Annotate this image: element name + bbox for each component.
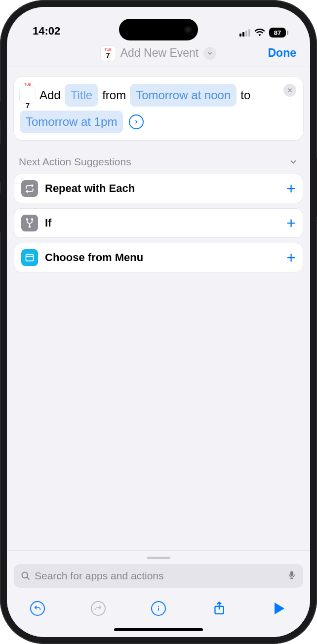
status-time: 14:02 xyxy=(33,25,60,38)
redo-button xyxy=(88,599,108,618)
event-end-param[interactable]: Tomorrow at 1pm xyxy=(20,111,123,133)
chevron-down-icon xyxy=(288,157,298,167)
battery-icon: 87 xyxy=(269,28,288,38)
svg-rect-10 xyxy=(158,608,159,611)
dictate-button[interactable] xyxy=(287,569,296,583)
delete-action-button[interactable] xyxy=(283,84,296,97)
cellular-icon xyxy=(239,29,250,37)
event-start-param[interactable]: Tomorrow at noon xyxy=(130,84,237,107)
svg-point-4 xyxy=(29,226,31,227)
expand-action-button[interactable] xyxy=(129,114,144,129)
svg-point-7 xyxy=(22,572,28,578)
svg-point-9 xyxy=(158,606,159,607)
svg-rect-5 xyxy=(26,254,34,261)
add-suggestion-button[interactable]: + xyxy=(286,181,296,196)
wifi-icon xyxy=(254,29,265,37)
home-indicator[interactable] xyxy=(114,628,203,631)
dynamic-island xyxy=(119,19,198,40)
add-event-action-card[interactable]: TUE7 Add Title from Tomorrow at noon to … xyxy=(14,77,303,140)
event-title-param[interactable]: Title xyxy=(65,84,98,107)
toolbar xyxy=(14,588,303,623)
branch-icon xyxy=(21,215,38,231)
svg-point-2 xyxy=(27,219,28,220)
run-button[interactable] xyxy=(270,599,289,618)
search-placeholder: Search for apps and actions xyxy=(35,570,164,582)
repeat-icon xyxy=(21,180,38,197)
undo-button[interactable] xyxy=(28,599,47,618)
calendar-action-icon: TUE7 xyxy=(20,87,36,103)
suggestion-label: If xyxy=(45,217,279,229)
action-word-to: to xyxy=(240,85,250,106)
suggestions-header[interactable]: Next Action Suggestions xyxy=(14,140,303,174)
title-menu-button[interactable] xyxy=(203,47,216,60)
done-button[interactable]: Done xyxy=(268,46,297,60)
bottom-panel: Search for apps and actions xyxy=(7,550,310,637)
svg-line-8 xyxy=(27,577,30,580)
share-button[interactable] xyxy=(209,599,229,618)
info-button[interactable] xyxy=(149,599,168,618)
suggestion-choose-from-menu[interactable]: Choose from Menu + xyxy=(14,243,303,272)
suggestions-title: Next Action Suggestions xyxy=(19,156,131,168)
shortcut-title[interactable]: Add New Event xyxy=(120,46,199,60)
suggestion-if[interactable]: If + xyxy=(14,208,303,238)
search-icon xyxy=(21,571,31,581)
search-field[interactable]: Search for apps and actions xyxy=(14,564,303,588)
nav-bar: TUE7 Add New Event Done xyxy=(7,39,310,67)
add-suggestion-button[interactable]: + xyxy=(286,215,296,231)
calendar-app-icon: TUE7 xyxy=(101,46,116,61)
grabber-handle[interactable] xyxy=(147,557,170,559)
action-word-from: from xyxy=(102,85,126,106)
action-word-add: Add xyxy=(40,85,61,106)
menu-icon xyxy=(21,249,38,266)
suggestion-label: Choose from Menu xyxy=(45,251,279,264)
suggestion-repeat-with-each[interactable]: Repeat with Each + xyxy=(14,174,303,203)
svg-point-3 xyxy=(32,219,33,220)
suggestion-label: Repeat with Each xyxy=(45,182,279,195)
add-suggestion-button[interactable]: + xyxy=(286,250,296,265)
